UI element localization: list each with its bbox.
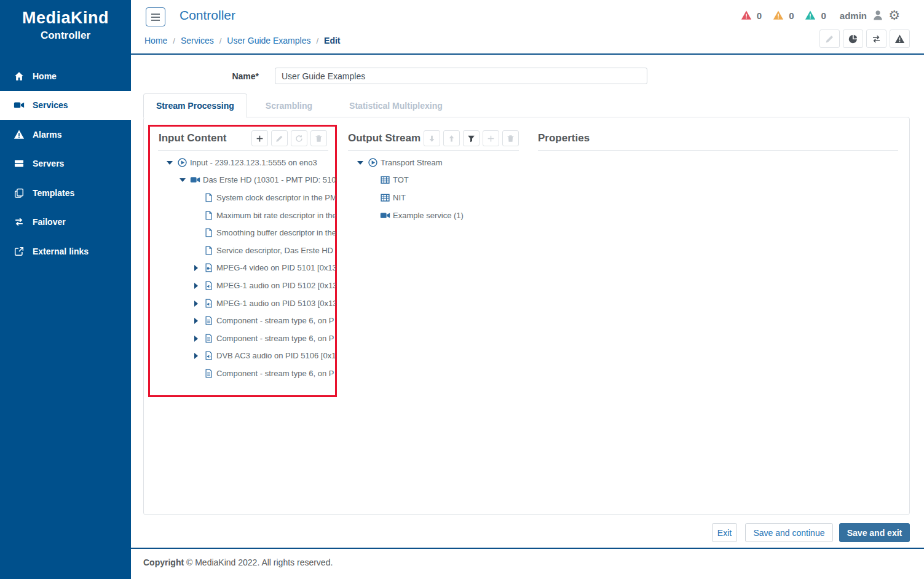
tree-item-example-service[interactable]: Example service (1) [348, 207, 520, 224]
tree-item-component[interactable]: Component - stream type 6, on P [158, 312, 336, 329]
delete-input-button[interactable] [310, 130, 327, 146]
tree-item-descriptor[interactable]: System clock descriptor in the PM [158, 189, 336, 207]
filter-button[interactable] [463, 130, 480, 146]
edit-button[interactable] [819, 30, 840, 48]
tab-bar: Stream Processing Scrambling Statistical… [143, 93, 461, 117]
user-name[interactable]: admin [840, 10, 867, 21]
sidebar-item-label: Alarms [33, 130, 61, 140]
add-input-button[interactable] [251, 130, 268, 146]
sidebar-item-label: Servers [33, 159, 64, 168]
caret-expanded-icon[interactable] [357, 160, 363, 165]
exit-button[interactable]: Exit [712, 523, 737, 542]
delete-output-button[interactable] [502, 130, 519, 146]
edit-input-button[interactable] [271, 130, 288, 146]
sidebar-item-label: External links [33, 246, 89, 256]
tree-item-label: Example service (1) [393, 211, 464, 220]
document-icon [203, 210, 214, 221]
tree-item-component[interactable]: Component - stream type 6, on P [158, 329, 336, 347]
caret-collapsed-icon[interactable] [193, 265, 199, 270]
alarm-triangle-icon [14, 129, 25, 140]
tree-item-descriptor[interactable]: Smoothing buffer descriptor in the [158, 224, 336, 242]
tree-item-label: NIT [393, 193, 406, 202]
minor-alarm-icon[interactable] [805, 10, 816, 21]
tree-item-label: Maximum bit rate descriptor in the [216, 211, 336, 220]
caret-collapsed-icon[interactable] [193, 301, 199, 306]
tree-item-label: System clock descriptor in the PM [216, 193, 336, 202]
document-lines-icon [203, 315, 214, 326]
tree-item-audio-stream[interactable]: MPEG-1 audio on PID 5102 [0x13 [158, 277, 336, 294]
statistics-button[interactable] [843, 30, 863, 48]
divider [538, 150, 898, 151]
tree-item-component[interactable]: Component - stream type 6, on P [158, 364, 336, 382]
transfer-button[interactable] [866, 30, 886, 48]
templates-icon [14, 187, 25, 199]
move-up-button[interactable] [443, 130, 460, 146]
move-down-button[interactable] [424, 130, 440, 146]
external-link-icon [14, 246, 25, 257]
pie-chart-icon [848, 34, 858, 44]
user-icon[interactable] [872, 9, 884, 22]
tree-item-video-stream[interactable]: MPEG-4 video on PID 5101 [0x13 [158, 259, 336, 277]
transfer-arrows-icon [871, 34, 882, 44]
tree-item-label: Component - stream type 6, on P [216, 316, 334, 325]
play-circle-icon [368, 157, 378, 168]
copyright-text: Copyright © MediaKind 2022. All rights r… [143, 557, 333, 567]
video-camera-icon [14, 100, 25, 111]
document-lines-icon [203, 368, 214, 379]
tree-item-tot[interactable]: TOT [348, 171, 520, 189]
tree-item-nit[interactable]: NIT [348, 189, 520, 207]
sidebar-item-services[interactable]: Services [0, 91, 131, 120]
plus-icon [486, 134, 496, 143]
tree-item-label: Smoothing buffer descriptor in the [216, 228, 336, 237]
input-content-title: Input Content [159, 132, 226, 144]
caret-expanded-icon[interactable] [180, 177, 185, 183]
sidebar-item-alarms[interactable]: Alarms [0, 120, 131, 149]
breadcrumb-services[interactable]: Services [181, 36, 214, 45]
tab-stream-processing[interactable]: Stream Processing [143, 93, 247, 118]
menu-toggle-button[interactable] [146, 7, 165, 26]
document-lines-icon [203, 333, 214, 344]
critical-alarm-icon[interactable] [741, 10, 752, 21]
major-alarm-icon[interactable] [773, 10, 784, 21]
audio-file-icon [203, 298, 214, 309]
caret-expanded-icon[interactable] [167, 160, 172, 165]
tab-scrambling[interactable]: Scrambling [247, 94, 331, 117]
refresh-input-button[interactable] [291, 130, 307, 146]
caret-collapsed-icon[interactable] [193, 318, 199, 323]
tab-statistical-multiplexing[interactable]: Statistical Multiplexing [331, 94, 461, 117]
tree-item-service[interactable]: Das Erste HD (10301 - PMT PID: 510 [158, 171, 336, 189]
save-and-exit-button[interactable]: Save and exit [839, 523, 910, 542]
pencil-icon [824, 34, 835, 44]
add-output-button[interactable] [483, 130, 499, 146]
tree-item-label: Component - stream type 6, on P [216, 369, 334, 378]
main-area: Controller Home / Services / User Guide … [131, 0, 924, 579]
caret-collapsed-icon[interactable] [193, 353, 199, 358]
breadcrumb-service-name[interactable]: User Guide Examples [227, 36, 310, 45]
caret-collapsed-icon[interactable] [193, 283, 199, 288]
tree-item-label: MPEG-1 audio on PID 5103 [0x13 [216, 299, 336, 308]
tree-item-label: MPEG-1 audio on PID 5102 [0x13 [216, 281, 336, 290]
tree-item-descriptor[interactable]: Service descriptor, Das Erste HD [158, 242, 336, 259]
app-window: MediaKind Controller Home Services Alarm… [0, 0, 924, 579]
alarms-button[interactable] [890, 30, 910, 48]
save-and-continue-button[interactable]: Save and continue [745, 523, 833, 542]
tree-item-descriptor[interactable]: Maximum bit rate descriptor in the [158, 207, 336, 224]
sidebar-item-templates[interactable]: Templates [0, 178, 131, 208]
tree-item-audio-stream[interactable]: MPEG-1 audio on PID 5103 [0x13 [158, 294, 336, 312]
sidebar-item-failover[interactable]: Failover [0, 208, 131, 237]
tree-item-transport-stream[interactable]: Transport Stream [348, 154, 520, 171]
caret-collapsed-icon[interactable] [193, 336, 199, 341]
alarm-summary: 0 0 0 admin [741, 9, 884, 22]
page-title: Controller [180, 8, 235, 23]
major-alarm-count: 0 [789, 10, 794, 21]
settings-gear-icon[interactable]: ⚙ [888, 9, 900, 22]
tree-item-audio-stream[interactable]: DVB AC3 audio on PID 5106 [0x1 [158, 347, 336, 365]
caret-placeholder [193, 371, 199, 376]
sidebar-item-servers[interactable]: Servers [0, 149, 131, 179]
tree-item-input[interactable]: Input - 239.123.123.1:5555 on eno3 [158, 154, 336, 171]
sidebar-item-home[interactable]: Home [0, 61, 131, 91]
sidebar-item-external-links[interactable]: External links [0, 237, 131, 266]
breadcrumb-home[interactable]: Home [144, 36, 167, 45]
name-input[interactable] [275, 68, 647, 84]
table-icon [380, 175, 390, 185]
